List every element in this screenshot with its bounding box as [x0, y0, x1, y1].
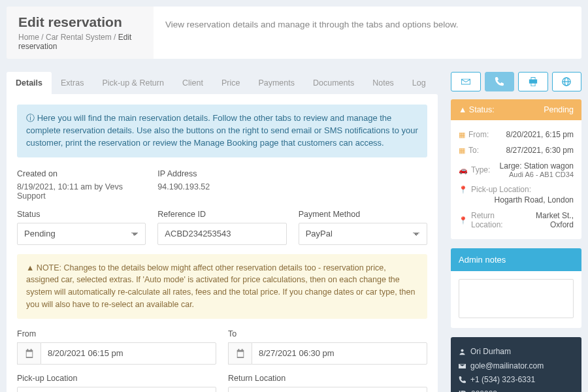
info-icon: ⓘ [26, 113, 37, 123]
status-label: Status [17, 210, 146, 219]
return-location-select[interactable]: Market St., Oxford [228, 387, 427, 392]
page-title: Edit reservation [18, 14, 142, 30]
customer-phone: +1 (534) 323-6331 [470, 373, 535, 387]
payment-method-select[interactable]: PayPal [299, 223, 427, 245]
header-subtitle: View reservation details and manage it t… [154, 7, 581, 59]
ip-value: 94.190.193.52 [157, 182, 286, 191]
tab-documents[interactable]: Documents [304, 72, 363, 94]
svg-point-3 [461, 350, 463, 352]
summary-to-label: To: [468, 146, 479, 155]
pickup-location-select[interactable]: Hogarth Road, London [17, 387, 216, 392]
calendar-icon [17, 342, 41, 365]
warning-icon: ▲ [459, 105, 469, 114]
details-panel: ⓘ Here you will find the main reservatio… [7, 94, 438, 392]
breadcrumb: Home / Car Rental System / Edit reservat… [18, 33, 142, 51]
to-date-input[interactable] [252, 342, 427, 365]
summary-box: ▲ Status: Pending ▦From: 8/20/2021, 6:15… [451, 99, 581, 239]
admin-notes-heading: Admin notes [451, 248, 581, 271]
tab-pickup-return[interactable]: Pick-up & Return [93, 72, 172, 94]
reference-input[interactable] [157, 223, 286, 245]
from-date-input[interactable] [41, 342, 216, 365]
summary-status-label: Status: [469, 105, 495, 114]
reference-label: Reference ID [157, 210, 286, 219]
summary-return-value: Market St., Oxford [519, 211, 574, 229]
phone-icon [459, 376, 466, 384]
tab-details[interactable]: Details [7, 72, 52, 94]
phone-icon [495, 77, 504, 86]
customer-id-value: 000002 [471, 387, 497, 392]
location-pin-icon: 📍 [459, 186, 468, 194]
tab-strip: Details Extras Pick-up & Return Client P… [7, 72, 438, 94]
summary-pickup-value: Hogarth Road, London [495, 195, 574, 204]
admin-notes-textarea[interactable] [459, 279, 574, 318]
customer-id-label: ID [459, 387, 466, 392]
tab-log[interactable]: Log [403, 72, 435, 94]
sms-button[interactable] [485, 72, 515, 91]
summary-status-header: ▲ Status: Pending [451, 99, 581, 120]
tab-client[interactable]: Client [173, 72, 212, 94]
breadcrumb-home[interactable]: Home [18, 33, 39, 42]
globe-button[interactable] [552, 72, 582, 91]
customer-box: Ori Durham gole@mailinator.com +1 (534) … [451, 337, 581, 392]
admin-notes-box: Admin notes [451, 248, 581, 328]
summary-type-label: Type: [471, 165, 490, 174]
summary-to-value: 8/27/2021, 6:30 pm [506, 146, 574, 155]
status-select[interactable]: Pending [17, 223, 146, 245]
globe-icon [562, 77, 571, 86]
envelope-icon [461, 77, 470, 86]
warning-icon: ▲ [26, 263, 37, 272]
summary-car-value: Audi A6 - AB1 CD34 [500, 171, 574, 178]
action-buttons [451, 72, 581, 91]
page-header: Edit reservation Home / Car Rental Syste… [7, 7, 581, 59]
printer-icon [529, 77, 538, 86]
calendar-icon [228, 342, 252, 365]
summary-from-value: 8/20/2021, 6:15 pm [506, 130, 574, 139]
summary-type-value: Large: Station wagon [500, 161, 574, 171]
header-title-block: Edit reservation Home / Car Rental Syste… [7, 7, 154, 59]
warning-alert-text: NOTE: Changes to the details below might… [26, 263, 415, 309]
breadcrumb-system[interactable]: Car Rental System [46, 33, 112, 42]
info-alert-text: Here you will find the main reservation … [26, 113, 418, 148]
summary-pickup-label: Pick-up Location: [471, 185, 531, 194]
tab-notes[interactable]: Notes [363, 72, 403, 94]
warning-alert: ▲ NOTE: Changes to the details below mig… [17, 254, 427, 319]
calendar-icon: ▦ [459, 146, 465, 155]
calendar-icon: ▦ [459, 131, 465, 139]
location-pin-icon: 📍 [459, 216, 468, 225]
ip-label: IP Address [157, 169, 286, 178]
summary-return-label: Return Location: [471, 211, 519, 229]
tab-payments[interactable]: Payments [249, 72, 304, 94]
pickup-location-label: Pick-up Location [17, 374, 216, 383]
summary-from-label: From: [468, 130, 489, 139]
info-alert: ⓘ Here you will find the main reservatio… [17, 105, 427, 157]
from-label: From [17, 329, 216, 338]
created-on-label: Created on [17, 169, 146, 178]
user-icon [459, 348, 466, 355]
payment-method-label: Payment Method [299, 210, 427, 219]
car-icon: 🚗 [459, 166, 468, 174]
created-on-value: 8/19/2021, 10:11 am by Vevs Support [17, 182, 146, 201]
tab-price[interactable]: Price [212, 72, 249, 94]
email-button[interactable] [451, 72, 481, 91]
to-label: To [228, 329, 427, 338]
envelope-icon [459, 363, 466, 370]
print-button[interactable] [518, 72, 548, 91]
summary-status-value: Pending [544, 105, 574, 114]
customer-name: Ori Durham [470, 345, 511, 359]
customer-email: gole@mailinator.com [470, 359, 544, 374]
tab-extras[interactable]: Extras [52, 72, 93, 94]
return-location-label: Return Location [228, 374, 427, 383]
